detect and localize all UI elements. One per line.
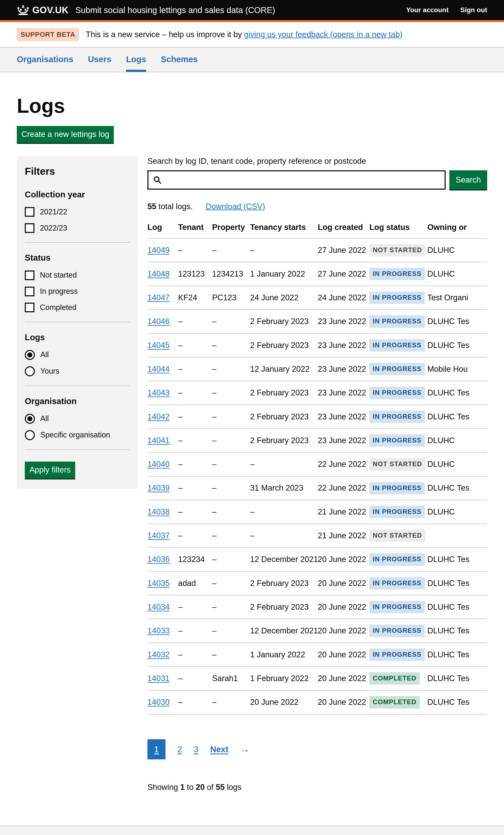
sign-out-link[interactable]: Sign out [460,6,487,15]
log-id-link[interactable]: 14031 [147,674,170,683]
checkbox-2021-22-label[interactable]: 2021/22 [40,207,67,217]
page-title: Logs [17,95,487,117]
radio-logs-yours-label[interactable]: Yours [40,366,59,376]
table-row: 14040 – – – 22 June 2022 NOT STARTED DLU… [147,452,487,476]
cell-property: 1234213 [212,262,250,286]
cell-log-created: 24 June 2022 [318,286,369,309]
col-header-log-created: Log created [318,222,369,238]
cell-tenant: KF24 [178,286,212,309]
create-lettings-log-button[interactable]: Create a new lettings log [17,126,114,143]
cell-owning-organisation: DLUHC Tes [427,571,487,595]
checkbox-completed[interactable] [25,303,35,312]
radio-organisation-specific[interactable] [25,430,35,440]
total-logs-text: 55 total logs. [147,201,193,212]
checkbox-2022-23-label[interactable]: 2022/23 [40,223,67,233]
status-badge: IN PROGRESS [369,339,425,351]
checkbox-completed-label[interactable]: Completed [40,303,77,312]
table-body: 14049 – – – 27 June 2022 NOT STARTED DLU… [147,238,487,714]
log-id-link[interactable]: 14045 [147,341,170,350]
table-row: 14031 – Sarah1 1 February 2022 20 June 2… [147,667,487,690]
total-logs-count: 55 [147,202,156,211]
status-badge: IN PROGRESS [369,434,425,447]
cell-tenancy-starts: 12 December 2021 [250,619,318,643]
status-badge: IN PROGRESS [369,268,425,280]
checkbox-in-progress-label[interactable]: In progress [40,286,78,296]
pagination-page-3[interactable]: 3 [194,744,199,755]
nav-item-schemes[interactable]: Schemes [161,54,198,72]
log-id-link[interactable]: 14032 [147,650,170,659]
radio-organisation-specific-label[interactable]: Specific organisation [40,430,110,440]
cell-tenant: – [178,238,212,262]
log-id-link[interactable]: 14040 [147,460,170,469]
log-id-link[interactable]: 14038 [147,507,170,516]
cell-owning-organisation: DLUHC Tes [427,548,487,571]
log-id-link[interactable]: 14048 [147,269,170,278]
checkbox-not-started[interactable] [25,270,35,280]
showing-total: 55 [216,783,224,792]
log-id-link[interactable]: 14039 [147,484,170,492]
logs-table-wrapper: Log Tenant Property Tenancy starts Log c… [147,222,487,714]
your-account-link[interactable]: Your account [406,6,448,15]
cell-log-created: 27 June 2022 [318,238,369,262]
log-id-link[interactable]: 14049 [147,246,170,254]
service-name-link[interactable]: Submit social housing lettings and sales… [75,5,275,16]
table-row: 14038 – – – 21 June 2022 IN PROGRESS DLU… [147,500,487,524]
showing-to: 20 [196,783,204,792]
cell-property: – [212,333,250,357]
cell-tenant: adad [178,571,212,595]
status-badge: IN PROGRESS [369,577,425,590]
apply-filters-button[interactable]: Apply filters [25,462,75,478]
radio-organisation-all-label[interactable]: All [40,414,49,424]
log-id-link[interactable]: 14043 [147,388,170,397]
radio-logs-all-label[interactable]: All [40,350,49,360]
table-row: 14035 adad – 2 February 2023 20 June 202… [147,571,487,595]
log-id-link[interactable]: 14046 [147,317,170,326]
search-button[interactable]: Search [449,170,487,190]
log-id-link[interactable]: 14035 [147,579,170,588]
status-badge: IN PROGRESS [369,625,425,637]
table-row: 14049 – – – 27 June 2022 NOT STARTED DLU… [147,238,487,262]
cell-tenancy-starts: 2 February 2023 [250,381,318,405]
feedback-link[interactable]: giving us your feedback (opens in a new … [244,30,402,39]
nav-item-users[interactable]: Users [88,54,111,72]
cell-property: – [212,238,250,262]
checkbox-not-started-label[interactable]: Not started [40,270,77,280]
log-id-link[interactable]: 14047 [147,293,170,302]
status-badge: NOT STARTED [369,244,425,257]
pagination-page-2[interactable]: 2 [177,744,182,755]
nav-item-logs[interactable]: Logs [126,54,146,72]
cell-owning-organisation: DLUHC Tes [427,667,487,690]
cell-tenant: – [178,452,212,476]
log-id-link[interactable]: 14044 [147,365,170,373]
govuk-logo[interactable]: GOV.UK [17,4,69,16]
col-header-log: Log [147,222,178,238]
cell-log-created: 20 June 2022 [318,643,369,667]
radio-organisation-all[interactable] [25,414,35,424]
nav-item-organisations[interactable]: Organisations [17,54,73,72]
checkbox-2022-23[interactable] [25,223,35,233]
log-id-link[interactable]: 14030 [147,698,170,707]
radio-logs-yours[interactable] [25,366,35,376]
log-id-link[interactable]: 14033 [147,626,170,635]
filters-divider [25,242,130,243]
cell-log-created: 20 June 2022 [318,548,369,571]
cell-property: – [212,595,250,619]
checkbox-2021-22[interactable] [25,207,35,217]
showing-from: 1 [180,783,185,792]
log-id-link[interactable]: 14041 [147,436,170,445]
status-badge: IN PROGRESS [369,649,425,661]
log-id-link[interactable]: 14037 [147,531,170,540]
checkbox-in-progress[interactable] [25,287,35,296]
cell-tenant: – [178,500,212,524]
cell-owning-organisation [427,524,487,548]
log-id-link[interactable]: 14034 [147,603,170,611]
search-input[interactable] [165,171,445,189]
pagination: 1 2 3 Next → [147,739,487,759]
log-id-link[interactable]: 14042 [147,412,170,421]
download-csv-link[interactable]: Download (CSV) [206,201,265,212]
cell-tenant: – [178,381,212,405]
radio-logs-all[interactable] [25,350,35,360]
pagination-next-link[interactable]: Next [210,744,228,755]
pagination-current-page[interactable]: 1 [147,739,165,759]
log-id-link[interactable]: 14036 [147,555,170,564]
